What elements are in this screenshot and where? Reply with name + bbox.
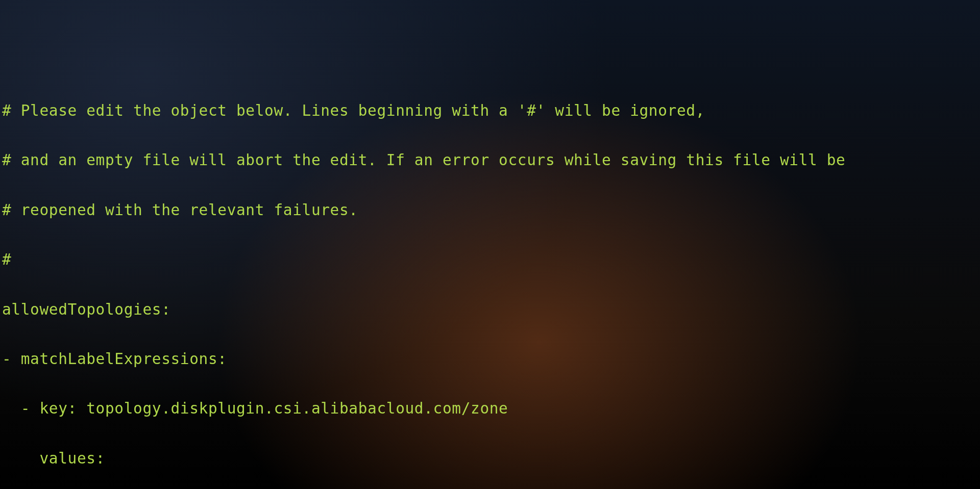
- code-line[interactable]: # and an empty file will abort the edit.…: [2, 152, 980, 169]
- code-text: #: [2, 251, 11, 268]
- code-text: # and an empty file will abort the edit.…: [2, 151, 845, 169]
- code-text: # reopened with the relevant failures.: [2, 201, 358, 219]
- code-line[interactable]: allowedTopologies:: [2, 301, 980, 318]
- code-line[interactable]: values:: [2, 450, 980, 467]
- code-text: allowedTopologies:: [2, 301, 171, 318]
- code-line[interactable]: # reopened with the relevant failures.: [2, 202, 980, 219]
- code-text: - matchLabelExpressions:: [2, 350, 227, 368]
- code-text: - key: topology.diskplugin.csi.alibabacl…: [2, 400, 508, 417]
- code-line[interactable]: - matchLabelExpressions:: [2, 351, 980, 368]
- code-text: # Please edit the object below. Lines be…: [2, 102, 705, 119]
- code-line[interactable]: - key: topology.diskplugin.csi.alibabacl…: [2, 400, 980, 417]
- code-line[interactable]: # Please edit the object below. Lines be…: [2, 102, 980, 119]
- code-text: values:: [2, 450, 105, 467]
- terminal-editor[interactable]: # Please edit the object below. Lines be…: [0, 66, 980, 489]
- code-line[interactable]: #: [2, 251, 980, 268]
